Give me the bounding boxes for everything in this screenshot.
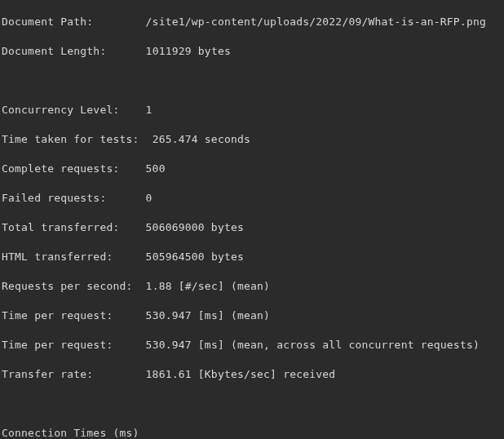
conn-times-title: Connection Times (ms) [2,426,502,439]
summary-row: Time per request: 530.947 [ms] (mean) [2,308,502,323]
value: 530.947 [ms] (mean, across all concurren… [146,339,480,351]
label: HTML transferred: [2,251,113,263]
value: 500 [146,162,166,175]
value: 1.88 [#/sec] (mean) [146,280,271,292]
terminal-output: Document Path: /site1/wp-content/uploads… [0,0,504,439]
summary-row: Total transferred: 506069000 bytes [2,220,502,235]
summary-row: Failed requests: 0 [2,191,502,206]
value: /site1/wp-content/uploads/2022/09/What-i… [146,16,486,28]
summary-row: Requests per second: 1.88 [#/sec] (mean) [2,279,502,294]
label: Transfer rate: [2,368,93,380]
value: 505964500 bytes [146,251,244,263]
summary-row: Complete requests: 500 [2,162,502,176]
blank-line [2,397,502,411]
value: 1861.61 [Kbytes/sec] received [146,368,336,380]
summary-row: Time per request: 530.947 [ms] (mean, ac… [2,338,502,353]
value: 0 [146,192,153,204]
label: Failed requests: [2,192,106,204]
label: Time per request: [2,309,113,321]
label: Time taken for tests: [2,133,139,145]
label: Document Length: [2,45,106,57]
value: 265.474 seconds [153,133,250,145]
value: 506069000 bytes [146,221,244,233]
summary-row: Document Path: /site1/wp-content/uploads… [2,15,502,29]
label: Concurrency Level: [2,104,119,116]
summary-row: Concurrency Level: 1 [2,103,502,118]
label: Complete requests: [2,162,119,175]
blank-line [2,73,502,88]
summary-row: Transfer rate: 1861.61 [Kbytes/sec] rece… [2,367,502,382]
summary-row: Time taken for tests: 265.474 seconds [2,132,502,147]
label: Document Path: [2,16,93,28]
value: 530.947 [ms] (mean) [146,309,271,321]
label: Time per request: [2,339,113,351]
label: Requests per second: [2,280,133,292]
value: 1011929 bytes [146,45,231,57]
value: 1 [146,104,153,116]
summary-row: Document Length: 1011929 bytes [2,44,502,59]
summary-row: HTML transferred: 505964500 bytes [2,250,502,264]
label: Total transferred: [2,221,119,233]
